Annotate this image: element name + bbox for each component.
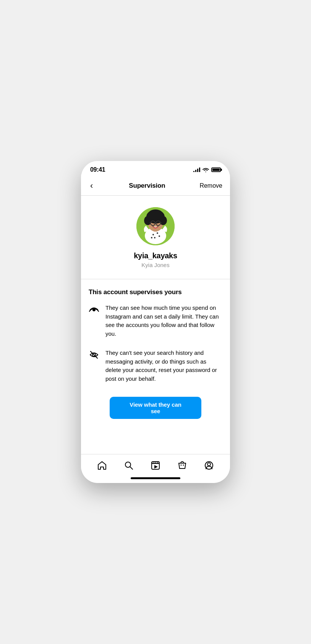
home-icon (97, 460, 107, 470)
profile-icon (204, 460, 214, 470)
reels-icon (151, 460, 160, 470)
avatar-image (136, 207, 175, 245)
svg-point-13 (148, 209, 163, 220)
wifi-icon (202, 167, 209, 172)
svg-rect-28 (156, 462, 156, 463)
svg-line-21 (91, 351, 97, 358)
svg-point-6 (159, 235, 160, 237)
status-icons (193, 167, 221, 172)
battery-icon (211, 167, 221, 172)
cannot-see-item: They can't see your search history and m… (89, 349, 222, 383)
svg-rect-25 (152, 463, 159, 464)
nav-search[interactable] (122, 459, 135, 472)
cannot-see-text: They can't see your search history and m… (105, 349, 222, 383)
svg-rect-29 (157, 462, 158, 463)
avatar (136, 207, 175, 245)
full-name: Kyia Jones (141, 262, 169, 268)
nav-header: ‹ Supervision Remove (81, 176, 230, 196)
supervision-section: This account supervises yours They can s… (81, 279, 230, 437)
phone-frame: 09:41 ‹ Supervision Remove (81, 161, 230, 483)
no-eye-icon (89, 349, 99, 360)
svg-line-23 (130, 467, 133, 469)
back-button[interactable]: ‹ (89, 180, 94, 192)
signal-icon (193, 167, 200, 172)
bottom-nav (81, 454, 230, 475)
section-title: This account supervises yours (89, 288, 222, 296)
profile-section: kyia_kayaks Kyia Jones (81, 196, 230, 279)
view-button-container: View what they can see (89, 394, 222, 428)
search-icon (124, 460, 134, 470)
svg-point-32 (183, 465, 184, 466)
svg-line-17 (149, 223, 151, 223)
status-time: 09:41 (90, 166, 105, 173)
supervision-no-eye-icon (89, 349, 99, 360)
shop-icon (177, 460, 187, 470)
can-see-text: They can see how much time you spend on … (105, 304, 222, 338)
nav-profile[interactable] (202, 459, 215, 472)
svg-point-31 (181, 465, 182, 466)
content-area: kyia_kayaks Kyia Jones This account supe… (81, 196, 230, 454)
svg-point-3 (152, 234, 154, 235)
page-title: Supervision (129, 182, 165, 190)
nav-shop[interactable] (176, 459, 189, 472)
nav-home[interactable] (96, 459, 109, 472)
status-bar: 09:41 (81, 161, 230, 176)
remove-button[interactable]: Remove (199, 182, 222, 189)
svg-marker-30 (154, 465, 158, 469)
svg-point-7 (151, 237, 152, 238)
svg-line-18 (160, 223, 162, 223)
username: kyia_kayaks (134, 251, 177, 260)
svg-point-5 (154, 237, 156, 238)
svg-point-4 (157, 232, 158, 234)
home-bar (131, 477, 180, 479)
svg-rect-27 (154, 462, 154, 463)
home-indicator (81, 475, 230, 483)
can-see-item: They can see how much time you spend on … (89, 304, 222, 338)
svg-point-34 (207, 463, 211, 466)
nav-reels[interactable] (149, 459, 162, 472)
eye-icon (89, 304, 99, 315)
supervision-eye-icon (89, 304, 99, 315)
view-what-they-see-button[interactable]: View what they can see (110, 397, 201, 419)
svg-rect-26 (152, 462, 152, 463)
